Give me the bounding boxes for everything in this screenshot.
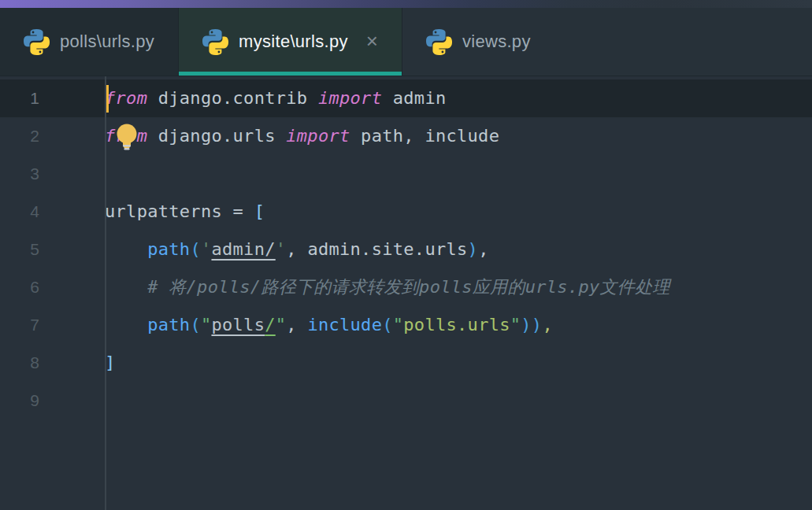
tab-label: mysite\urls.py [239,31,348,52]
code-token: admin [382,88,446,108]
code-text: from django.contrib import admin [105,79,812,117]
line-number[interactable]: 9 [0,382,105,419]
python-file-icon [426,29,452,55]
python-file-icon [24,29,50,55]
text-caret [106,85,109,113]
code-text: urlpatterns = [ [105,193,812,231]
code-token [105,239,147,259]
code-token: django.contrib [147,88,318,108]
code-text: from django.urls import path, include [105,117,812,155]
code-token: / [265,315,276,334]
line-number[interactable]: 3 [0,155,105,193]
tab-polls-urls[interactable]: polls\urls.py [0,8,179,76]
line-number[interactable]: 7 [0,306,105,344]
code-token: , [542,315,553,334]
close-tab-icon[interactable]: × [366,31,378,51]
code-token: ( [190,239,201,259]
code-token: , [286,315,307,334]
code-token [105,277,147,297]
code-line[interactable]: 7 path("polls/", include("polls.urls")), [0,306,812,344]
tab-mysite-urls[interactable]: mysite\urls.py × [179,8,402,76]
window-accent-bar [0,0,812,8]
code-token: path, include [350,126,500,146]
code-token: ' [201,239,212,259]
editor-tab-bar: polls\urls.py mysite\urls.py × views.py [0,8,812,76]
code-token: import [286,126,350,146]
line-number[interactable]: 2 [0,117,105,155]
code-token: ) [468,239,479,259]
code-token: # 将/polls/路径下的请求转发到polls应用的urls.py文件处理 [147,277,670,297]
code-token: path [147,315,190,334]
ide-window: polls\urls.py mysite\urls.py × views.py [0,0,812,510]
line-number[interactable]: 4 [0,193,105,231]
code-token: " [276,315,287,334]
code-token: , [478,239,489,259]
code-text: path("polls/", include("polls.urls")), [105,306,812,344]
code-token: ( [190,315,201,334]
code-token: import [318,88,382,108]
code-token [105,315,147,334]
code-editor[interactable]: 1from django.contrib import admin2from d… [0,76,812,510]
tab-label: views.py [462,31,531,52]
code-token: )) [521,315,542,334]
code-token: admin/ [211,239,275,259]
code-line[interactable]: 6 # 将/polls/路径下的请求转发到polls应用的urls.py文件处理 [0,268,812,306]
code-token: polls.urls [403,315,510,334]
code-token: polls [211,315,265,334]
code-token: urlpatterns = [105,201,254,221]
line-number[interactable]: 8 [0,344,105,382]
code-token: [ [254,201,265,221]
line-number[interactable]: 1 [0,79,105,117]
code-line[interactable]: 3 [0,155,812,193]
code-token: " [393,315,404,334]
tab-label: polls\urls.py [60,31,154,52]
code-token: " [201,315,212,334]
tab-views[interactable]: views.py [402,8,554,76]
code-token: from [105,88,147,108]
code-text: path('admin/', admin.site.urls), [105,231,812,268]
code-line[interactable]: 5 path('admin/', admin.site.urls), [0,231,812,268]
code-line[interactable]: 4urlpatterns = [ [0,193,812,231]
code-line[interactable]: 8] [0,344,812,382]
line-number[interactable]: 5 [0,231,105,268]
code-token: ' [276,239,287,259]
code-token: " [510,315,521,334]
code-token: include [307,315,382,334]
code-text [105,382,812,419]
code-text: ] [105,344,812,382]
code-line[interactable]: 1from django.contrib import admin [0,79,812,117]
tab-bar-empty-space [554,8,812,76]
line-number[interactable]: 6 [0,268,105,306]
intention-bulb-icon[interactable] [115,124,139,152]
python-file-icon [202,29,228,55]
code-text: # 将/polls/路径下的请求转发到polls应用的urls.py文件处理 [105,268,812,306]
code-token: path [147,239,190,259]
active-tab-underline [179,72,402,76]
code-token: , admin.site.urls [286,239,467,259]
code-token: django.urls [147,126,286,146]
code-text [105,155,812,193]
code-line[interactable]: 9 [0,382,812,419]
code-token: ( [382,315,393,334]
code-token: ] [105,353,116,372]
